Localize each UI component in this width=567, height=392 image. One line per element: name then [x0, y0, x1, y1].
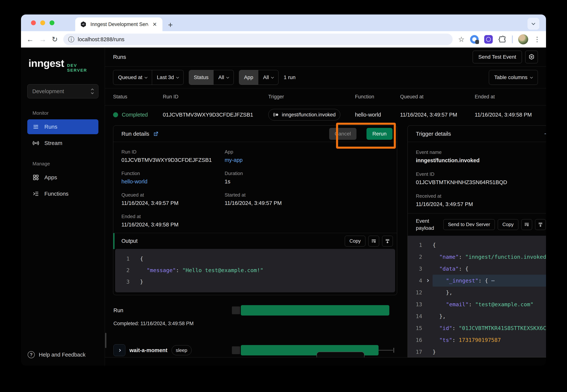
code-line: 16 "ts": 1731790197587	[408, 334, 546, 346]
select-chevrons-icon	[91, 89, 93, 94]
bookmark-star-icon[interactable]: ☆	[458, 35, 465, 43]
field-received-at: Received at 11/16/2024, 3:49:57 PM	[416, 193, 546, 207]
code-line: 2 "message": "Hello test@example.com!"	[115, 265, 395, 276]
url-text[interactable]: localhost:8288/runs	[78, 36, 125, 42]
row-status: Completed	[122, 112, 148, 118]
time-field-dropdown[interactable]: Queued at	[113, 70, 152, 85]
sidebar-item-label: Runs	[44, 124, 57, 130]
tab-title: Inngest Development Server	[90, 22, 148, 27]
time-field-value: Queued at	[118, 74, 142, 80]
tab-search-button[interactable]	[527, 18, 539, 30]
profile-avatar[interactable]	[518, 34, 528, 44]
password-manager-extension-icon[interactable]	[470, 35, 479, 44]
queue-segment	[232, 346, 240, 354]
table-row[interactable]: Completed 01JCVBTMV3WXY9D3CFDEJFZSB1 inn	[105, 105, 546, 124]
send-test-event-button[interactable]: Send Test Event	[473, 51, 522, 63]
traffic-lights	[31, 20, 54, 25]
back-button[interactable]: ←	[27, 36, 34, 43]
run-duration-bar[interactable]	[241, 305, 389, 316]
table-columns-button[interactable]: Table columns	[489, 70, 538, 85]
extensions-puzzle-icon[interactable]	[498, 35, 507, 43]
help-and-feedback[interactable]: ? Help and Feedback	[28, 351, 85, 358]
status-filter-dropdown[interactable]: All	[213, 70, 234, 85]
time-range-dropdown[interactable]: Last 3d	[152, 70, 184, 85]
chevron-down-icon	[530, 76, 533, 79]
code-line: 13 "email": "test@example.com"	[408, 298, 546, 310]
code-line: 1 {	[115, 253, 395, 265]
col-header-status: Status	[113, 94, 163, 100]
field-run-id: Run ID 01JCVBTMV3WXY9D3CFDEJFZSB1	[121, 149, 225, 163]
code-line: 12 },	[408, 287, 546, 298]
chevron-right-icon[interactable]	[426, 279, 429, 282]
tab-close-icon[interactable]: ✕	[152, 21, 158, 28]
run-details-card: Run details Cancel Rerun	[113, 126, 397, 295]
browser-tab[interactable]: Inngest Development Server ✕	[75, 17, 162, 31]
sidebar-item-runs[interactable]: Runs	[27, 119, 99, 134]
sidebar-item-label: Apps	[44, 174, 57, 181]
reload-button[interactable]: ↻	[52, 36, 58, 43]
external-link-icon[interactable]	[153, 131, 159, 137]
cancel-button[interactable]: Cancel	[329, 128, 356, 140]
chevron-down-icon	[176, 76, 179, 79]
function-link[interactable]: hello-world	[121, 179, 225, 185]
maximize-window-button[interactable]	[50, 20, 54, 25]
run-details-column: Run details Cancel Rerun	[113, 126, 397, 357]
site-info-icon[interactable]: ⓘ	[68, 36, 74, 42]
main-viewport: Runs Send Test Event	[105, 47, 546, 357]
main-scrollbar-thumb[interactable]	[105, 333, 106, 348]
app-link[interactable]: my-app	[225, 157, 389, 163]
forward-button[interactable]: →	[39, 36, 46, 43]
window-bottom-strip	[105, 357, 546, 366]
app-filter-value: All	[263, 74, 269, 80]
sidebar-item-stream[interactable]: Stream	[27, 136, 99, 151]
run-timeline: Run Completed: 11/16/2024, 3:49:58 PM	[113, 305, 397, 357]
event-payload-code[interactable]: 1 { 2 "name": "inngest/function.invoked"…	[408, 236, 546, 357]
timeline-run-label: Run	[113, 307, 123, 313]
word-wrap-icon[interactable]	[521, 219, 532, 230]
payload-copy-button[interactable]: Copy	[498, 219, 518, 230]
send-to-dev-server-button[interactable]: Send to Dev Server	[443, 219, 495, 230]
environment-select-value: Development	[32, 88, 91, 95]
settings-gear-button[interactable]	[525, 51, 538, 63]
app-filter-dropdown[interactable]: All	[258, 70, 278, 85]
trigger-details-header: Trigger details	[408, 126, 546, 142]
close-window-button[interactable]	[31, 20, 36, 25]
status-dot-completed	[113, 112, 118, 117]
run-completed-text: Completed: 11/16/2024, 3:49:58 PM	[113, 321, 397, 326]
step-expander-button[interactable]	[113, 344, 125, 356]
browser-window: Inngest Development Server ✕ + ← → ↻ ⓘ l…	[21, 14, 546, 366]
scroll-to-bottom-icon[interactable]	[535, 219, 546, 230]
purple-extension-icon[interactable]	[484, 35, 493, 44]
chevron-down-icon	[271, 76, 274, 79]
minimize-window-button[interactable]	[40, 20, 45, 25]
event-payload-title: Event payload	[416, 218, 440, 232]
runs-list-icon	[32, 123, 40, 130]
field-ended-at: Ended at 11/16/2024, 3:49:58 PM	[121, 214, 225, 228]
new-tab-button[interactable]: +	[168, 21, 173, 29]
word-wrap-icon[interactable]	[368, 236, 379, 247]
sidebar-item-label: Functions	[44, 191, 69, 197]
trigger-event-pill[interactable]: inngest/function.invoked	[268, 109, 340, 120]
trigger-details-panel: Trigger details Event name inngest/funct…	[408, 126, 546, 357]
clipped-bottom-button[interactable]	[317, 352, 364, 357]
sidebar-item-functions[interactable]: Functions	[27, 186, 99, 201]
time-filter: Queued at Last 3d	[113, 70, 184, 85]
row-run-id: 01JCVBTMV3WXY9D3CFDEJFZSB1	[163, 112, 268, 118]
event-broadcast-icon	[273, 112, 279, 118]
url-bar[interactable]: ⓘ localhost:8288/runs	[63, 34, 453, 45]
code-line-collapsed[interactable]: 4 "_inngest": { ⋯	[408, 275, 546, 287]
output-title: Output	[121, 238, 138, 244]
scroll-to-bottom-icon[interactable]	[382, 236, 393, 247]
dev-server-tag: DEV SERVER	[67, 63, 99, 73]
toolbar-divider	[512, 35, 513, 43]
collapse-panel-icon[interactable]	[544, 131, 546, 137]
environment-select[interactable]: Development	[27, 84, 99, 98]
rerun-button[interactable]: Rerun	[367, 128, 393, 140]
browser-menu-icon[interactable]: ⋮	[534, 35, 540, 43]
output-copy-button[interactable]: Copy	[345, 236, 365, 247]
bar-end-tick	[393, 348, 394, 353]
code-line: 15 "id": "01JCVBTMTKR41S8STTKEXSKX6C",	[408, 322, 546, 334]
sidebar-item-apps[interactable]: Apps	[27, 170, 99, 185]
output-code-block[interactable]: 1 { 2 "message": "Hello test@example.com…	[115, 249, 395, 292]
step-name: wait-a-moment	[129, 347, 168, 353]
